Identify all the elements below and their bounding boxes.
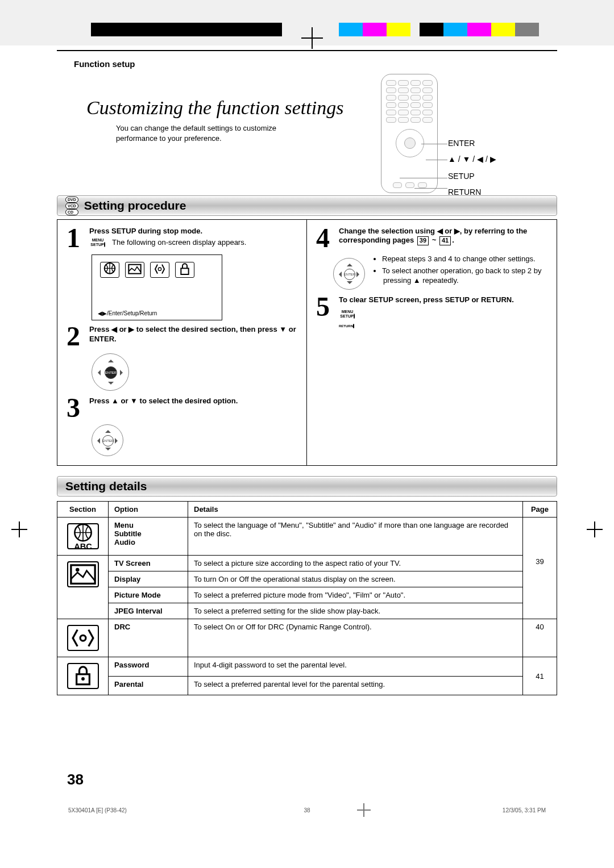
- folio-center: 38: [290, 807, 324, 813]
- return-button-icon: RETURN: [339, 324, 354, 328]
- step-3-title: Press ▲ or ▼ to select the desired optio…: [89, 397, 297, 406]
- step-1: 1 Press SETUP during stop mode. MENU SET…: [67, 227, 297, 249]
- setting-procedure-bar: DVDVCDCD Setting procedure: [57, 195, 557, 216]
- step-2: 2 Press ◀ or ▶ to select the desired sec…: [67, 325, 297, 347]
- step-2-title: Press ◀ or ▶ to select the desired secti…: [89, 325, 297, 344]
- svg-point-10: [81, 677, 85, 681]
- osd-tab-audio-icon: [150, 262, 169, 278]
- osd-tab-picture-icon: [125, 262, 144, 278]
- svg-text:ABC: ABC: [74, 542, 92, 551]
- top-gray-band: [0, 0, 614, 45]
- remote-outline: [381, 74, 438, 193]
- onscreen-display-figure: ◀▶/Enter/Setup/Return: [92, 254, 222, 320]
- col-page: Page: [523, 502, 557, 518]
- col-section: Section: [57, 502, 109, 518]
- globe-abc-icon: ABC: [67, 523, 99, 549]
- audio-icon: [67, 625, 99, 651]
- remote-label-enter: ENTER: [448, 139, 475, 148]
- osd-tab-language-icon: [100, 262, 119, 278]
- page-number: 38: [67, 771, 84, 788]
- page-content: Function setup ENTER ▲ / ▼ / ◀ / ▶ SETUP…: [57, 50, 557, 817]
- section-label: Function setup: [57, 55, 557, 72]
- step-5-title: To clear SETUP screen, press SETUP or RE…: [339, 295, 547, 304]
- svg-rect-3: [181, 269, 188, 275]
- col-details: Details: [188, 502, 523, 518]
- folio-left: 5X30401A [E] (P38-42): [68, 807, 290, 813]
- folio: 5X30401A [E] (P38-42) 38 12/3/05, 3:31 P…: [57, 807, 557, 813]
- svg-point-8: [80, 635, 86, 641]
- procedure-box: 1 Press SETUP during stop mode. MENU SET…: [57, 219, 557, 466]
- svg-point-2: [158, 268, 161, 270]
- dpad-icon: ENTER: [92, 353, 129, 391]
- step-1-title: Press SETUP during stop mode.: [89, 227, 297, 236]
- menu-setup-button-icon-2: MENU SETUP: [339, 310, 356, 319]
- step-4-title: Change the selection using ◀ or ▶, by re…: [339, 227, 547, 245]
- osd-tab-lock-icon: [175, 262, 194, 278]
- table-row: Parental To select a preferred parental …: [57, 676, 557, 695]
- page-description: You can change the default settings to c…: [57, 121, 307, 143]
- col-option: Option: [109, 502, 188, 518]
- step-1-text: The following on-screen display appears.: [112, 238, 246, 248]
- picture-icon: [67, 561, 99, 587]
- table-row: Password Input 4-digit password to set t…: [57, 657, 557, 677]
- step-4: 4 Change the selection using ◀ or ▶, by …: [316, 227, 547, 249]
- step-5: 5 To clear SETUP screen, press SETUP or …: [316, 295, 547, 327]
- crop-mark-left: [11, 521, 27, 537]
- svg-point-7: [76, 568, 80, 572]
- table-row: Picture Mode To select a preferred pictu…: [57, 587, 557, 603]
- crop-mark-top: [301, 27, 323, 49]
- disc-type-icons: DVDVCDCD: [65, 197, 78, 215]
- crop-mark-right: [587, 521, 603, 537]
- table-row: TV Screen To select a picture size accor…: [57, 556, 557, 571]
- osd-footer: ◀▶/Enter/Setup/Return: [98, 310, 157, 316]
- table-row: ABC Menu Subtitle Audio To select the la…: [57, 518, 557, 556]
- remote-label-arrows: ▲ / ▼ / ◀ / ▶: [448, 155, 496, 164]
- menu-setup-button-icon: MENU SETUP: [89, 238, 106, 248]
- table-row: JPEG Interval To select a preferred sett…: [57, 603, 557, 619]
- dpad-small-icon: ENTER: [92, 424, 123, 456]
- step-4-bullets: Repeat steps 3 and 4 to change other set…: [372, 254, 547, 290]
- setting-details-bar: Setting details: [57, 476, 557, 496]
- lock-icon: [67, 663, 99, 689]
- setting-procedure-heading: Setting procedure: [84, 199, 186, 212]
- remote-label-setup: SETUP: [448, 172, 475, 181]
- dpad-small-icon-2: ENTER: [333, 258, 365, 290]
- crop-mark-bottom: [357, 803, 371, 817]
- settings-details-table: Section Option Details Page ABC Menu Sub…: [57, 501, 557, 695]
- table-row: DRC To select On or Off for DRC (Dynamic…: [57, 619, 557, 657]
- remote-figure: ENTER ▲ / ▼ / ◀ / ▶ SETUP RETURN: [375, 74, 523, 205]
- setting-details-heading: Setting details: [65, 479, 147, 493]
- step-3: 3 Press ▲ or ▼ to select the desired opt…: [67, 397, 297, 419]
- table-row: Display To turn On or Off the operationa…: [57, 571, 557, 587]
